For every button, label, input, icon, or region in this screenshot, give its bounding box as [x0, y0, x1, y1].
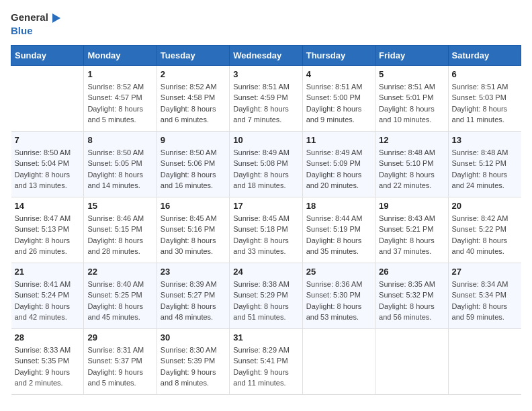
logo-text: General Blue	[11, 11, 62, 37]
day-cell-24: 24 Sunrise: 8:38 AM Sunset: 5:29 PM Dayl…	[230, 263, 302, 328]
sunrise-time: Sunrise: 8:51 AM	[452, 83, 508, 91]
sunrise-time: Sunrise: 8:36 AM	[306, 280, 363, 288]
sunrise-time: Sunrise: 8:35 AM	[379, 280, 435, 288]
daylight-hours: Daylight: 8 hours and 26 minutes.	[15, 236, 71, 256]
sunrise-time: Sunrise: 8:49 AM	[306, 148, 363, 156]
day-cell-26: 26 Sunrise: 8:35 AM Sunset: 5:32 PM Dayl…	[375, 263, 448, 328]
sunrise-time: Sunrise: 8:45 AM	[161, 214, 217, 222]
day-number: 6	[452, 69, 518, 79]
sunrise-time: Sunrise: 8:41 AM	[15, 280, 71, 288]
day-number: 29	[87, 332, 152, 342]
sunset-time: Sunset: 5:35 PM	[15, 357, 69, 365]
day-cell-7: 7 Sunrise: 8:50 AM Sunset: 5:04 PM Dayli…	[11, 131, 84, 197]
empty-cell	[448, 328, 521, 394]
day-cell-25: 25 Sunrise: 8:36 AM Sunset: 5:30 PM Dayl…	[302, 263, 375, 328]
daylight-hours: Daylight: 8 hours and 45 minutes.	[87, 302, 143, 322]
col-header-sunday: Sunday	[11, 45, 84, 65]
daylight-hours: Daylight: 8 hours and 37 minutes.	[379, 236, 435, 256]
week-row-1: 1 Sunrise: 8:52 AM Sunset: 4:57 PM Dayli…	[11, 65, 521, 131]
day-cell-28: 28 Sunrise: 8:33 AM Sunset: 5:35 PM Dayl…	[11, 328, 84, 394]
sun-info: Sunrise: 8:48 AM Sunset: 5:10 PM Dayligh…	[379, 147, 444, 191]
sunset-time: Sunset: 5:30 PM	[306, 291, 361, 299]
sun-info: Sunrise: 8:44 AM Sunset: 5:19 PM Dayligh…	[306, 213, 371, 257]
sun-info: Sunrise: 8:47 AM Sunset: 5:13 PM Dayligh…	[15, 213, 81, 257]
day-number: 19	[379, 201, 444, 211]
daylight-hours: Daylight: 9 hours and 5 minutes.	[87, 368, 143, 387]
week-row-3: 14 Sunrise: 8:47 AM Sunset: 5:13 PM Dayl…	[11, 197, 521, 263]
sunrise-time: Sunrise: 8:33 AM	[15, 346, 71, 354]
day-cell-11: 11 Sunrise: 8:49 AM Sunset: 5:09 PM Dayl…	[302, 131, 375, 197]
day-number: 7	[15, 135, 81, 145]
logo-general: General	[11, 11, 48, 23]
sunrise-time: Sunrise: 8:51 AM	[306, 83, 363, 91]
sun-info: Sunrise: 8:36 AM Sunset: 5:30 PM Dayligh…	[306, 279, 371, 323]
sun-info: Sunrise: 8:52 AM Sunset: 4:58 PM Dayligh…	[161, 81, 226, 126]
day-cell-5: 5 Sunrise: 8:51 AM Sunset: 5:01 PM Dayli…	[375, 65, 448, 131]
day-cell-1: 1 Sunrise: 8:52 AM Sunset: 4:57 PM Dayli…	[84, 65, 157, 131]
day-number: 10	[233, 135, 298, 145]
daylight-hours: Daylight: 8 hours and 53 minutes.	[306, 302, 362, 322]
col-header-monday: Monday	[84, 45, 157, 65]
col-header-saturday: Saturday	[448, 45, 521, 65]
sunrise-time: Sunrise: 8:51 AM	[379, 83, 435, 91]
day-number: 28	[15, 332, 81, 342]
daylight-hours: Daylight: 8 hours and 51 minutes.	[233, 302, 289, 322]
daylight-hours: Daylight: 8 hours and 13 minutes.	[15, 171, 71, 190]
day-number: 27	[452, 267, 518, 277]
day-number: 24	[233, 267, 298, 277]
sun-info: Sunrise: 8:35 AM Sunset: 5:32 PM Dayligh…	[379, 279, 444, 323]
day-number: 12	[379, 135, 444, 145]
sunset-time: Sunset: 4:58 PM	[161, 93, 215, 101]
sunset-time: Sunset: 4:57 PM	[87, 93, 142, 101]
day-cell-21: 21 Sunrise: 8:41 AM Sunset: 5:24 PM Dayl…	[11, 263, 84, 328]
sunset-time: Sunset: 4:59 PM	[233, 93, 287, 101]
sunset-time: Sunset: 5:15 PM	[87, 225, 142, 233]
empty-cell	[302, 328, 375, 394]
sun-info: Sunrise: 8:39 AM Sunset: 5:27 PM Dayligh…	[161, 279, 226, 323]
day-number: 30	[161, 332, 226, 342]
day-number: 5	[379, 69, 444, 79]
daylight-hours: Daylight: 9 hours and 11 minutes.	[233, 368, 289, 387]
day-cell-19: 19 Sunrise: 8:43 AM Sunset: 5:21 PM Dayl…	[375, 197, 448, 263]
sun-info: Sunrise: 8:31 AM Sunset: 5:37 PM Dayligh…	[87, 345, 152, 389]
sunrise-time: Sunrise: 8:40 AM	[87, 280, 144, 288]
week-row-4: 21 Sunrise: 8:41 AM Sunset: 5:24 PM Dayl…	[11, 263, 521, 328]
sun-info: Sunrise: 8:45 AM Sunset: 5:16 PM Dayligh…	[161, 213, 226, 257]
sun-info: Sunrise: 8:49 AM Sunset: 5:08 PM Dayligh…	[233, 147, 298, 191]
sunset-time: Sunset: 5:34 PM	[452, 291, 506, 299]
day-cell-8: 8 Sunrise: 8:50 AM Sunset: 5:05 PM Dayli…	[84, 131, 157, 197]
svg-marker-0	[52, 13, 60, 23]
day-number: 8	[87, 135, 152, 145]
daylight-hours: Daylight: 8 hours and 33 minutes.	[233, 236, 289, 256]
col-header-tuesday: Tuesday	[157, 45, 229, 65]
day-cell-3: 3 Sunrise: 8:51 AM Sunset: 4:59 PM Dayli…	[230, 65, 302, 131]
day-number: 9	[161, 135, 226, 145]
sunset-time: Sunset: 5:18 PM	[233, 225, 287, 233]
daylight-hours: Daylight: 8 hours and 18 minutes.	[233, 171, 289, 190]
calendar-table: SundayMondayTuesdayWednesdayThursdayFrid…	[11, 45, 521, 395]
sunrise-time: Sunrise: 8:30 AM	[161, 346, 217, 354]
sunrise-time: Sunrise: 8:48 AM	[379, 148, 435, 156]
sunset-time: Sunset: 5:39 PM	[161, 357, 215, 365]
day-cell-12: 12 Sunrise: 8:48 AM Sunset: 5:10 PM Dayl…	[375, 131, 448, 197]
sunrise-time: Sunrise: 8:48 AM	[452, 148, 508, 156]
day-cell-27: 27 Sunrise: 8:34 AM Sunset: 5:34 PM Dayl…	[448, 263, 521, 328]
sun-info: Sunrise: 8:40 AM Sunset: 5:25 PM Dayligh…	[87, 279, 152, 323]
col-header-wednesday: Wednesday	[230, 45, 302, 65]
day-cell-31: 31 Sunrise: 8:29 AM Sunset: 5:41 PM Dayl…	[230, 328, 302, 394]
sun-info: Sunrise: 8:38 AM Sunset: 5:29 PM Dayligh…	[233, 279, 298, 323]
sunset-time: Sunset: 5:05 PM	[87, 159, 142, 167]
sunrise-time: Sunrise: 8:46 AM	[87, 214, 144, 222]
sun-info: Sunrise: 8:51 AM Sunset: 5:01 PM Dayligh…	[379, 81, 444, 126]
sunset-time: Sunset: 5:06 PM	[161, 159, 215, 167]
sunset-time: Sunset: 5:16 PM	[161, 225, 215, 233]
sun-info: Sunrise: 8:50 AM Sunset: 5:06 PM Dayligh…	[161, 147, 226, 191]
sun-info: Sunrise: 8:42 AM Sunset: 5:22 PM Dayligh…	[452, 213, 518, 257]
sunset-time: Sunset: 5:09 PM	[306, 159, 361, 167]
day-cell-20: 20 Sunrise: 8:42 AM Sunset: 5:22 PM Dayl…	[448, 197, 521, 263]
sunset-time: Sunset: 5:00 PM	[306, 93, 361, 101]
sun-info: Sunrise: 8:45 AM Sunset: 5:18 PM Dayligh…	[233, 213, 298, 257]
sun-info: Sunrise: 8:52 AM Sunset: 4:57 PM Dayligh…	[87, 81, 152, 126]
day-cell-17: 17 Sunrise: 8:45 AM Sunset: 5:18 PM Dayl…	[230, 197, 302, 263]
day-cell-15: 15 Sunrise: 8:46 AM Sunset: 5:15 PM Dayl…	[84, 197, 157, 263]
